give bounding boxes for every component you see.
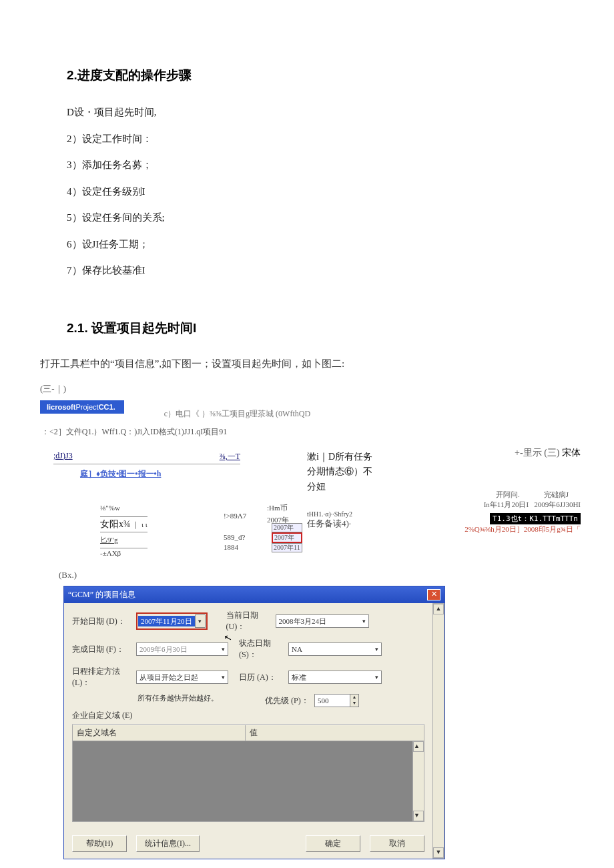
st4-b: 任务备读4)·: [307, 518, 352, 530]
step-6: 7）保存比较基准I: [67, 262, 574, 280]
start-date-highlight: 2007年11月20日 ▾: [136, 612, 208, 630]
priority-spinner[interactable]: 500 ▲▼: [314, 694, 359, 707]
figure1-toolbar: IicrosoftProjectCC1. c）电口《 ）⅜⅜工项目g理茶城 (0…: [40, 400, 574, 563]
right-note: c）电口《 ）⅜⅜工项目g理茶城 (0WfthQD: [164, 408, 310, 420]
yr3: 2007年11: [272, 543, 302, 552]
yr2-highlight: 2007年: [272, 532, 302, 543]
status-date-value: NA: [292, 645, 302, 653]
titlebar-app: Iicrosoft: [47, 403, 75, 411]
title-bar: IicrosoftProjectCC1.: [40, 400, 124, 414]
status-date-field[interactable]: NA: [288, 642, 382, 656]
start-date-field[interactable]: 2007年11月20日: [138, 616, 195, 626]
filter-line2: 分期情态⑥）不: [307, 464, 407, 479]
scroll-down-icon[interactable]: ▼: [413, 811, 424, 821]
figure2-label: (Bx.): [59, 570, 574, 580]
outer-scrollbar[interactable]: ▲ ▼: [432, 603, 444, 859]
finish-date-field[interactable]: 2009年6月30日: [136, 642, 228, 656]
st2-b: 589_d?: [224, 532, 246, 542]
step-5: 6）设JI任务工期；: [67, 236, 574, 254]
instruction-paragraph: 打开工具栏中的“项目信息”,如下图一；设置项目起先时间，如卜图二:: [40, 356, 574, 373]
st1-b2: ｜ ι ι: [132, 520, 147, 528]
st3: :Hm币: [267, 503, 289, 512]
dialog-button-bar: 帮助(H) 统计信息(I)... 确定 取消: [64, 829, 432, 859]
st1-b: 女阳x¾: [100, 519, 131, 529]
spinner-up-icon[interactable]: ▲: [350, 695, 358, 701]
st2-a: !>89Λ7: [224, 511, 246, 520]
rb-c: In年11月20日I: [484, 500, 529, 508]
outer-scroll-up-icon[interactable]: ▲: [433, 604, 444, 614]
grid-col-name: 自定义域名: [73, 725, 246, 741]
font-name: 宋体: [562, 448, 581, 458]
step-3: 4）设定任务级别I: [67, 183, 574, 201]
dialog-titlebar: “GCM” 的项目信息 ✕: [64, 586, 444, 603]
help-button[interactable]: 帮助(H): [72, 835, 127, 852]
st2-c: 1884: [224, 542, 246, 552]
close-icon[interactable]: ✕: [427, 589, 440, 600]
step-4: 5）设定任务间的关系;: [67, 209, 574, 227]
step-0: D设・项目起先时间,: [67, 104, 574, 121]
link-row-text: 庭］♦负技•图一•报一•h: [80, 469, 161, 478]
scroll-up-icon[interactable]: ▲: [413, 741, 424, 752]
right-block: 开阿问.完础病J In年11月20日I 2009年6JJ30HI T1.3也t：…: [427, 490, 581, 535]
st1-a: ⅛"%w: [100, 503, 147, 512]
start-date-dropdown-icon[interactable]: ▾: [195, 614, 206, 628]
section-heading-2: 2.进度支配的操作步骤: [67, 67, 574, 84]
cancel-button[interactable]: 取消: [370, 835, 424, 852]
calendar-value: 标准: [292, 673, 306, 683]
grid-col-value: 值: [246, 725, 424, 741]
st1-c: 匕9"g: [100, 536, 118, 544]
titlebar-product: Project: [75, 403, 98, 411]
label-custom-fields: 企业自定义域 (E): [72, 710, 424, 721]
figure1-label: (三-｜): [40, 383, 574, 395]
section-heading-2-1: 2.1. 设置项目起先时间I: [67, 320, 574, 337]
label-calendar: 日历 (A)：: [239, 672, 288, 683]
st1-d: -±ΛXβ: [100, 548, 147, 558]
label-finish-date: 完成日期 (F)：: [72, 644, 136, 655]
year-stack: 2007年 2007年 2007年11: [272, 523, 302, 552]
column-stack-3: :Hm币 2007年: [267, 503, 289, 525]
rb-b: 完础病J: [544, 490, 569, 498]
spinner-down-icon[interactable]: ▼: [350, 701, 358, 707]
toolbar-right-text: ⅜,一T: [220, 451, 240, 462]
toolbar-underline: ;dJ)J3 ⅜,一T: [53, 450, 240, 464]
st4-a: tHH1.·α)··Shfry2: [307, 510, 352, 518]
finish-date-value: 2009年6月30日: [139, 644, 188, 655]
outer-scroll-down-icon[interactable]: ▼: [433, 847, 444, 858]
statistics-button[interactable]: 统计信息(I)...: [136, 835, 200, 852]
rb-a: 开阿问.: [496, 490, 520, 498]
label-current-date: 当前日期 (U)：: [226, 610, 276, 632]
step-1: 2）设定工作时间：: [67, 131, 574, 148]
menu-row: ：<2］文件Q1.）Wff1.Q：)Ji入ID格式(1)JJ1.qI项目91: [41, 426, 574, 438]
grid-scrollbar[interactable]: ▲ ▼: [412, 741, 424, 821]
label-start-date: 开始日期 (D)：: [72, 616, 136, 627]
column-stack-2: !>89Λ7 589_d? 1884: [224, 511, 246, 552]
calendar-field[interactable]: 标准: [288, 671, 382, 684]
schedule-note: 所有任务越快开始越好。: [137, 693, 218, 703]
grid-body: ▲ ▼: [72, 741, 424, 822]
rb-d: 2009年6JJ30HI: [534, 500, 581, 508]
label-status-date: 状态日期 (S)：: [239, 638, 288, 661]
current-date-value: 2008年3月24日: [279, 616, 327, 626]
toolbar-left-text: ;dJ)J3: [53, 451, 73, 462]
schedule-from-value: 从项目开始之日起: [139, 673, 198, 683]
ok-button[interactable]: 确定: [306, 835, 360, 852]
column-stack-4: tHH1.·α)··Shfry2 任务备读4)·: [307, 510, 352, 530]
show-font-text: +-里示 (三) 宋体: [515, 447, 581, 459]
column-stack-1: ⅛"%w 女阳x¾ ｜ ι ι 匕9"g -±ΛXβ: [100, 503, 147, 558]
black-bar: T1.3也t：K1.TTTmTTTn: [490, 513, 581, 524]
label-priority: 优先级 (P)：: [265, 695, 314, 707]
step-2: 3）添加任务名募；: [67, 157, 574, 174]
show-label: +-里示 (三): [515, 448, 559, 458]
project-info-dialog: “GCM” 的项目信息 ✕ 开始日期 (D)： 2007年11月20日 ▾ 当前…: [63, 586, 445, 859]
priority-value: 500: [315, 695, 350, 707]
titlebar-suffix: CC1.: [99, 403, 115, 411]
current-date-field[interactable]: 2008年3月24日: [276, 614, 369, 628]
schedule-from-field[interactable]: 从项目开始之日起: [136, 671, 228, 684]
filter-text: 漱i｜D所有任务 分期情态⑥）不 分妞: [307, 450, 407, 494]
dialog-title-text: “GCM” 的项目信息: [68, 589, 135, 600]
grid-header: 自定义域名 值: [72, 725, 424, 741]
rb-e: 2%Q¾⅜h月20日］2008印5月g¾日「: [427, 524, 581, 534]
filter-line1: 漱i｜D所有任务: [307, 450, 407, 464]
filter-line3: 分妞: [307, 480, 407, 494]
label-schedule-from: 日程排定方法 (L)：: [72, 666, 136, 689]
